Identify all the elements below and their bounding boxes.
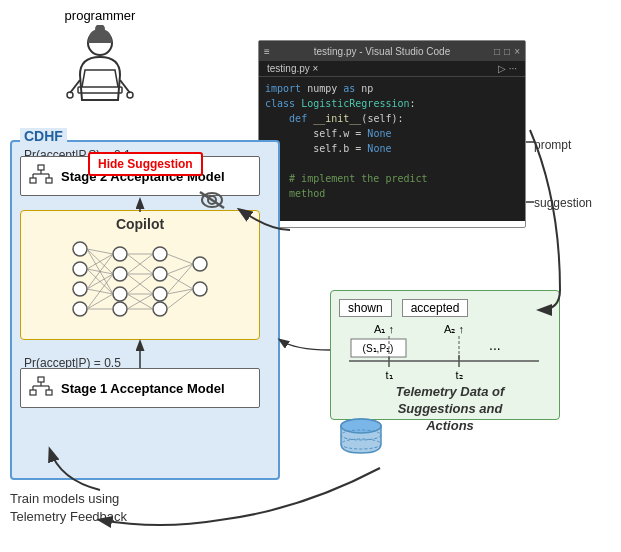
code-line-6 <box>265 156 519 171</box>
train-label: Train models using Telemetry Feedback <box>10 490 127 526</box>
svg-point-22 <box>113 247 127 261</box>
svg-line-41 <box>87 274 113 309</box>
programmer-label: programmer <box>60 8 140 23</box>
code-line-4: self.w = None <box>265 126 519 141</box>
prompt-label: prompt <box>534 138 571 152</box>
vscode-menu-icon: ≡ <box>264 46 270 57</box>
svg-text:t₁: t₁ <box>385 369 392 381</box>
svg-point-25 <box>113 302 127 316</box>
stage2-hierarchy-icon <box>29 164 53 188</box>
code-line-7: # implement the predict <box>265 171 519 186</box>
stage1-box: Stage 1 Acceptance Model <box>20 368 260 408</box>
svg-rect-11 <box>30 178 36 183</box>
svg-point-19 <box>73 262 87 276</box>
vscode-code: import numpy as np class LogisticRegress… <box>259 77 525 221</box>
svg-line-38 <box>87 254 113 289</box>
svg-point-31 <box>193 282 207 296</box>
svg-point-29 <box>153 302 167 316</box>
vscode-titlebar: ≡ testing.py - Visual Studio Code □ □ × <box>259 41 525 61</box>
vscode-minimize[interactable]: □ <box>494 46 500 57</box>
telemetry-header: shown accepted <box>339 299 551 317</box>
svg-point-26 <box>153 247 167 261</box>
eye-slash-icon <box>196 188 228 218</box>
svg-text:···: ··· <box>489 340 501 356</box>
svg-rect-60 <box>38 377 44 382</box>
code-line-1: import numpy as np <box>265 81 519 96</box>
svg-point-24 <box>113 287 127 301</box>
vscode-run-btn[interactable]: ▷ ··· <box>498 63 517 74</box>
svg-text:A₁ ↑: A₁ ↑ <box>374 323 394 335</box>
svg-point-81 <box>341 419 381 433</box>
code-line-8: method <box>265 186 519 201</box>
vscode-controls: □ □ × <box>494 46 520 57</box>
svg-line-59 <box>167 289 193 309</box>
accepted-label: accepted <box>402 299 469 317</box>
timeline-svg: A₁ ↑ A₂ ↑ t₁ t₂ (S₁,P₁) ··· <box>339 321 549 386</box>
svg-rect-12 <box>46 178 52 183</box>
svg-line-42 <box>87 294 113 309</box>
svg-line-56 <box>167 274 193 289</box>
vscode-tab: testing.py × ▷ ··· <box>259 61 525 77</box>
svg-line-54 <box>167 254 193 264</box>
copilot-box: Copilot <box>20 210 260 340</box>
vscode-title: testing.py - Visual Studio Code <box>314 46 451 57</box>
vscode-close[interactable]: × <box>514 46 520 57</box>
copilot-label: Copilot <box>116 216 164 232</box>
shown-label: shown <box>339 299 392 317</box>
svg-text:A₂ ↑: A₂ ↑ <box>444 323 464 335</box>
vscode-window: ≡ testing.py - Visual Studio Code □ □ × … <box>258 40 526 228</box>
vscode-tab-name: testing.py × <box>267 63 318 74</box>
svg-point-27 <box>153 267 167 281</box>
svg-rect-62 <box>46 390 52 395</box>
database-icon <box>336 418 386 468</box>
svg-line-32 <box>87 249 113 254</box>
svg-point-23 <box>113 267 127 281</box>
code-line-2: class LogisticRegression: <box>265 96 519 111</box>
svg-line-9 <box>200 192 224 208</box>
programmer-icon <box>60 25 140 115</box>
code-line-5: self.b = None <box>265 141 519 156</box>
code-line-3: def __init__(self): <box>265 111 519 126</box>
svg-point-28 <box>153 287 167 301</box>
svg-point-18 <box>73 242 87 256</box>
neural-network-diagram <box>60 234 220 324</box>
cdhf-label: CDHF <box>20 128 67 144</box>
svg-point-30 <box>193 257 207 271</box>
svg-point-20 <box>73 282 87 296</box>
vscode-maximize[interactable]: □ <box>504 46 510 57</box>
hide-suggestion-button[interactable]: Hide Suggestion <box>88 152 203 176</box>
stage1-hierarchy-icon <box>29 376 53 400</box>
svg-rect-10 <box>38 165 44 170</box>
programmer-area: programmer <box>60 8 140 115</box>
stage1-label: Stage 1 Acceptance Model <box>61 381 225 396</box>
svg-point-21 <box>73 302 87 316</box>
svg-text:t₂: t₂ <box>455 369 462 381</box>
svg-rect-2 <box>78 87 122 93</box>
svg-rect-61 <box>30 390 36 395</box>
suggestion-label: suggestion <box>534 196 592 210</box>
